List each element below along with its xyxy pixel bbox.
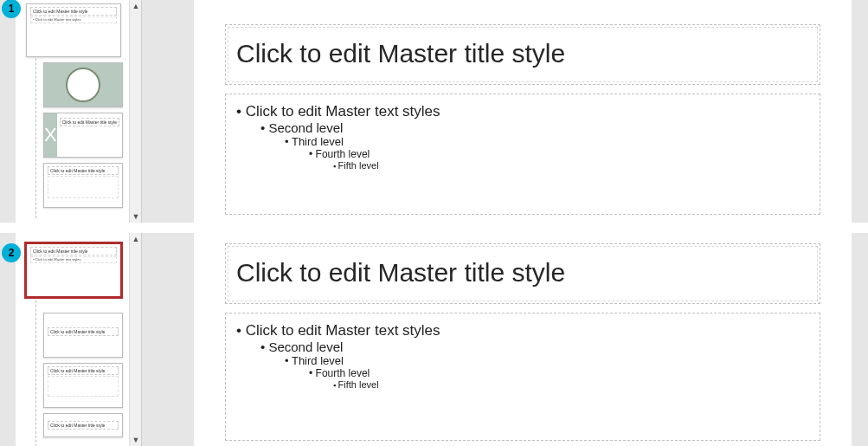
scroll-up-icon[interactable]: ▲ bbox=[130, 0, 142, 12]
thumb-content bbox=[48, 176, 119, 198]
body-level-1[interactable]: Click to edit Master text styles bbox=[236, 322, 809, 339]
thumb-caption: Click to edit Master title style bbox=[48, 327, 119, 336]
thumb-body: • Click to edit Master text styles bbox=[30, 16, 117, 23]
body-level-3[interactable]: Third level bbox=[285, 354, 809, 367]
thumbnail-scrollbar[interactable]: ▲ ▼ bbox=[129, 0, 141, 223]
thumb-body: • Click to edit Master text styles bbox=[30, 256, 117, 263]
layout-thumbnail-content[interactable]: Click to edit Master title style bbox=[43, 163, 123, 208]
thumb-caption: Click to edit Master title style bbox=[48, 421, 119, 430]
wreath-icon bbox=[66, 68, 100, 102]
body-level-2[interactable]: Second level bbox=[260, 339, 809, 354]
body-level-4[interactable]: Fourth level bbox=[309, 148, 809, 160]
layout-thumbnail[interactable]: Click to edit Master title style bbox=[43, 413, 123, 437]
slide-editor[interactable]: Click to edit Master title style Click t… bbox=[142, 0, 868, 223]
thumb-title: Click to edit Master title style bbox=[30, 7, 117, 16]
thumbnail-scrollbar[interactable]: ▲ ▼ bbox=[129, 233, 141, 446]
example-1: 1 Click to edit Master title style • Cli… bbox=[0, 0, 868, 223]
master-title-text[interactable]: Click to edit Master title style bbox=[226, 25, 820, 82]
thumb-caption: Click to edit Master title style bbox=[48, 366, 119, 375]
callout-badge-2: 2 bbox=[2, 243, 21, 262]
body-level-1[interactable]: Click to edit Master text styles bbox=[236, 103, 809, 120]
layout-thumbnail-title[interactable] bbox=[43, 62, 123, 107]
slide-canvas[interactable]: Click to edit Master title style Click t… bbox=[194, 0, 852, 223]
slide-master-thumbnail[interactable]: Click to edit Master title style • Click… bbox=[26, 3, 121, 57]
body-level-3[interactable]: Third level bbox=[285, 135, 809, 148]
body-level-2[interactable]: Second level bbox=[260, 120, 809, 135]
slide-editor[interactable]: Click to edit Master title style Click t… bbox=[142, 233, 868, 446]
scroll-down-icon[interactable]: ▼ bbox=[130, 434, 142, 446]
slide-master-thumbnail-pane[interactable]: Click to edit Master title style • Click… bbox=[16, 0, 142, 223]
scroll-up-icon[interactable]: ▲ bbox=[130, 233, 142, 245]
layout-thumbnail[interactable]: Click to edit Master title style bbox=[43, 313, 123, 358]
master-title-placeholder[interactable]: Click to edit Master title style bbox=[225, 24, 820, 85]
master-title-placeholder[interactable]: Click to edit Master title style bbox=[225, 243, 820, 304]
master-body-placeholder[interactable]: Click to edit Master text styles Second … bbox=[225, 94, 820, 215]
slide-master-thumbnail-selected[interactable]: Click to edit Master title style • Click… bbox=[26, 243, 121, 297]
layout-thumbnail[interactable]: Click to edit Master title style bbox=[43, 363, 123, 408]
slide-canvas[interactable]: Click to edit Master title style Click t… bbox=[194, 233, 852, 446]
scroll-down-icon[interactable]: ▼ bbox=[130, 210, 142, 223]
thumb-caption: Click to edit Master title style bbox=[60, 118, 119, 126]
thumb-title: Click to edit Master title style bbox=[30, 247, 117, 255]
example-2: 2 Click to edit Master title style • Cli… bbox=[0, 233, 868, 446]
placeholder-x-icon: X bbox=[44, 124, 57, 146]
master-title-text[interactable]: Click to edit Master title style bbox=[226, 244, 820, 301]
slide-master-thumbnail-pane[interactable]: Click to edit Master title style • Click… bbox=[16, 233, 142, 446]
thumb-content bbox=[48, 376, 119, 397]
master-body-placeholder[interactable]: Click to edit Master text styles Second … bbox=[225, 313, 820, 441]
body-level-5[interactable]: Fifth level bbox=[333, 160, 809, 171]
layout-thumbnail-two-content[interactable]: X Click to edit Master title style bbox=[43, 113, 123, 158]
thumb-caption: Click to edit Master title style bbox=[48, 166, 119, 175]
body-level-4[interactable]: Fourth level bbox=[309, 367, 809, 379]
callout-badge-1: 1 bbox=[2, 0, 21, 18]
body-level-5[interactable]: Fifth level bbox=[333, 379, 809, 390]
